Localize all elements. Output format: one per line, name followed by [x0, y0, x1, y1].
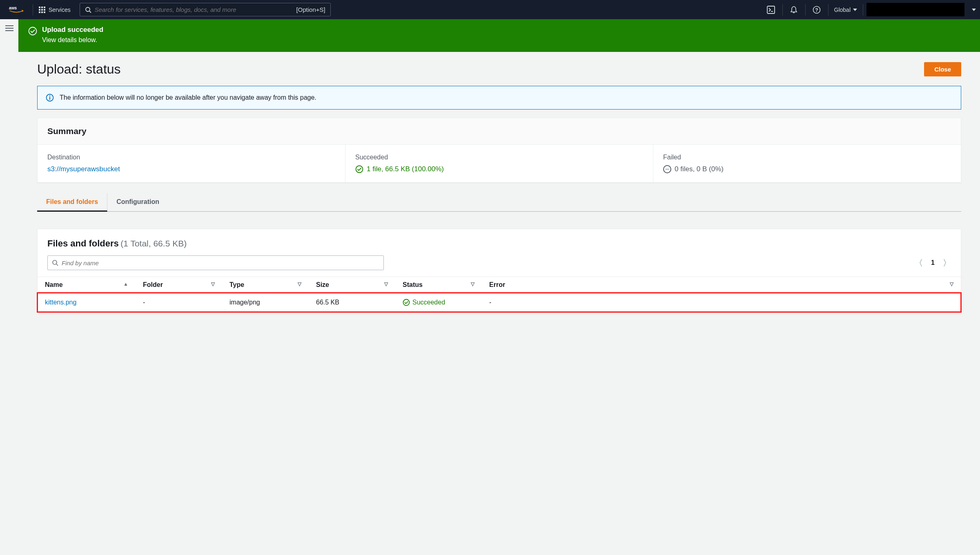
destination-link[interactable]: s3://mysuperawsbucket [47, 165, 120, 173]
svg-rect-13 [49, 97, 50, 100]
info-icon [46, 94, 54, 102]
sort-icon: ▽ [950, 281, 953, 287]
grid-icon [39, 7, 45, 13]
banner-subtitle: View details below. [42, 36, 103, 44]
help-icon: ? [813, 6, 821, 14]
tab-files-and-folders[interactable]: Files and folders [37, 193, 107, 212]
success-check-icon [28, 27, 37, 36]
file-status: Succeeded [403, 299, 474, 306]
tab-configuration[interactable]: Configuration [107, 193, 168, 211]
chevron-down-icon [853, 9, 857, 11]
files-subtitle: (1 Total, 66.5 KB) [120, 239, 187, 248]
search-shortcut: [Option+S] [296, 6, 325, 13]
file-size: 66.5 KB [309, 293, 395, 312]
account-caret[interactable] [968, 9, 980, 11]
cloudshell-icon [767, 6, 775, 14]
svg-text:?: ? [815, 7, 818, 13]
col-name[interactable]: Name▲ [38, 277, 136, 293]
services-menu-button[interactable]: Services [33, 7, 76, 13]
pagination: 〈 1 〉 [915, 257, 951, 269]
sort-asc-icon: ▲ [123, 281, 128, 287]
files-container: Files and folders (1 Total, 66.5 KB) 〈 1… [37, 229, 961, 312]
left-rail [0, 19, 18, 322]
status-neutral-icon [663, 165, 671, 173]
bell-icon [790, 6, 798, 14]
region-label: Global [834, 7, 851, 13]
file-error: - [482, 293, 961, 312]
filter-input-wrapper[interactable] [47, 255, 384, 270]
col-type[interactable]: Type▽ [222, 277, 309, 293]
files-table: Name▲ Folder▽ Type▽ Size▽ Status▽ Error▽… [38, 277, 961, 312]
upload-success-banner: Upload succeeded View details below. [18, 19, 980, 52]
chevron-down-icon [972, 9, 976, 11]
search-bar[interactable]: [Option+S] [80, 3, 331, 16]
pagination-next[interactable]: 〉 [943, 257, 951, 269]
failed-label: Failed [663, 154, 951, 161]
col-status[interactable]: Status▽ [395, 277, 482, 293]
info-alert: The information below will no longer be … [37, 86, 961, 110]
summary-destination: Destination s3://mysuperawsbucket [38, 145, 345, 182]
file-name-link[interactable]: kittens.png [45, 299, 76, 306]
search-icon [52, 260, 58, 266]
result-tabs: Files and folders Configuration [37, 193, 961, 212]
filter-input[interactable] [62, 260, 379, 266]
col-folder[interactable]: Folder▽ [136, 277, 222, 293]
close-button[interactable]: Close [924, 62, 961, 76]
sort-icon: ▽ [384, 281, 388, 287]
search-input[interactable] [95, 6, 296, 13]
notifications-button[interactable] [783, 0, 805, 19]
pagination-current: 1 [931, 259, 935, 266]
file-type: image/png [222, 293, 309, 312]
help-button[interactable]: ? [806, 0, 828, 19]
banner-title: Upload succeeded [42, 26, 103, 34]
svg-text:aws: aws [9, 5, 17, 10]
pagination-prev[interactable]: 〈 [915, 257, 923, 269]
col-size[interactable]: Size▽ [309, 277, 395, 293]
summary-succeeded: Succeeded 1 file, 66.5 KB (100.00%) [345, 145, 653, 182]
succeeded-label: Succeeded [355, 154, 643, 161]
svg-point-10 [29, 27, 37, 35]
svg-point-15 [53, 260, 57, 264]
success-check-icon [355, 165, 363, 173]
side-nav-toggle[interactable] [5, 25, 13, 322]
svg-point-17 [403, 300, 410, 306]
summary-heading: Summary [47, 126, 951, 136]
sort-icon: ▽ [211, 281, 215, 287]
search-icon [85, 7, 91, 13]
succeeded-value: 1 file, 66.5 KB (100.00%) [367, 165, 444, 173]
table-row: kittens.png - image/png 66.5 KB Succeede… [38, 293, 961, 312]
svg-point-14 [356, 166, 363, 173]
summary-failed: Failed 0 files, 0 B (0%) [653, 145, 961, 182]
menu-icon [5, 25, 13, 31]
svg-point-1 [86, 7, 90, 11]
page-title: Upload: status [37, 62, 121, 77]
col-error[interactable]: Error▽ [482, 277, 961, 293]
failed-value: 0 files, 0 B (0%) [675, 165, 724, 173]
sort-icon: ▽ [471, 281, 474, 287]
aws-logo[interactable]: aws [0, 5, 33, 14]
file-folder: - [136, 293, 222, 312]
success-check-icon [403, 299, 410, 306]
summary-container: Summary Destination s3://mysuperawsbucke… [37, 118, 961, 183]
destination-label: Destination [47, 154, 335, 161]
account-menu[interactable] [866, 3, 964, 16]
cloudshell-button[interactable] [760, 0, 782, 19]
svg-line-2 [89, 11, 91, 13]
region-selector[interactable]: Global [829, 7, 863, 13]
page-header: Upload: status Close [37, 62, 961, 77]
services-label: Services [49, 7, 71, 13]
nav-divider [863, 4, 863, 16]
info-alert-message: The information below will no longer be … [60, 94, 316, 101]
sort-icon: ▽ [298, 281, 301, 287]
files-title: Files and folders [47, 238, 119, 248]
svg-point-12 [49, 95, 51, 96]
svg-line-16 [56, 264, 58, 266]
top-navigation: aws Services [Option+S] ? Global [0, 0, 980, 19]
